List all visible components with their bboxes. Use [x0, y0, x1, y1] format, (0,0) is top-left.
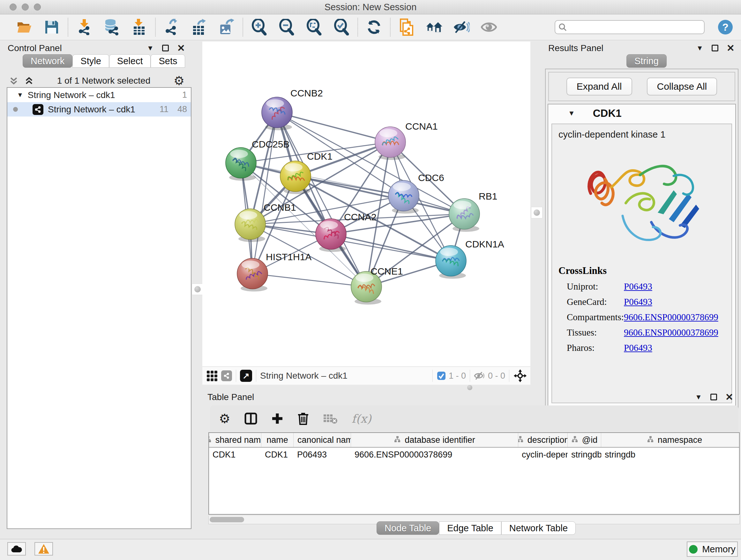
tab-edge-table[interactable]: Edge Table	[439, 521, 501, 535]
network-row[interactable]: String Network – cdk1 11 48	[7, 102, 191, 117]
crosslink-link[interactable]: P06493	[624, 281, 652, 292]
network-edge[interactable]	[331, 234, 451, 261]
crosslink-link[interactable]: P06493	[624, 297, 652, 307]
float-panel-icon[interactable]	[711, 394, 717, 400]
scrollbar-thumb[interactable]	[210, 517, 244, 522]
column-header--id[interactable]: @id	[568, 433, 601, 447]
zoom-out-button[interactable]	[278, 19, 295, 36]
help-button[interactable]: ?	[718, 20, 733, 35]
expand-all-icon[interactable]	[24, 76, 34, 85]
column-header-name[interactable]: name	[261, 433, 293, 447]
network-edge[interactable]	[253, 273, 366, 287]
export-table-button[interactable]	[191, 19, 207, 36]
network-edge[interactable]	[277, 112, 390, 142]
birds-eye-view-icon[interactable]	[207, 371, 217, 381]
tab-network-table[interactable]: Network Table	[501, 521, 576, 535]
column-header-description[interactable]: description	[518, 433, 568, 447]
zoom-fit-button[interactable]	[306, 19, 322, 36]
network-node-cdc25b[interactable]: CDC25B	[226, 139, 289, 181]
delete-column-trash-icon[interactable]	[297, 412, 309, 425]
float-panel-icon[interactable]	[162, 45, 169, 51]
network-node-ccna1[interactable]: CCNA1	[375, 121, 438, 160]
close-panel-icon[interactable]: ✕	[177, 43, 185, 54]
network-edge[interactable]	[253, 112, 277, 273]
tab-node-table[interactable]: Node Table	[377, 521, 439, 535]
network-node-ccnb2[interactable]: CCNB2	[262, 88, 323, 130]
table-row[interactable]: CDK1CDK1P064939606.ENSP00000378699cyclin…	[209, 448, 739, 462]
network-node-cdkn1a[interactable]: CDKN1A	[435, 239, 504, 279]
table-cell[interactable]: cyclin-dependent ...	[518, 448, 568, 462]
tab-sets[interactable]: Sets	[151, 54, 185, 68]
table-cell[interactable]: stringdb	[601, 448, 740, 462]
tree-expand-caret-icon[interactable]: ▼	[17, 91, 23, 99]
table-cell[interactable]: CDK1	[209, 448, 261, 462]
network-collection-row[interactable]: ▼ String Network – cdk1 1	[7, 88, 191, 102]
horizontal-splitter-handle[interactable]	[467, 385, 472, 390]
home-networks-button[interactable]	[426, 19, 442, 36]
create-column-plus-icon[interactable]	[271, 413, 283, 425]
panel-menu-icon[interactable]: ▼	[695, 393, 702, 401]
column-header-shared-name[interactable]: shared name	[209, 433, 261, 447]
gene-collapse-caret-icon[interactable]: ▼	[568, 109, 575, 118]
cloud-status-button[interactable]	[7, 542, 26, 556]
import-table-button[interactable]	[131, 19, 147, 36]
tab-network[interactable]: Network	[23, 54, 72, 68]
panel-menu-icon[interactable]: ▼	[696, 44, 703, 52]
search-input[interactable]	[569, 22, 697, 32]
network-canvas[interactable]: CCNB2CCNA1CDC25BCDK1CDC6RB1CCNB1CCNA2CDK…	[202, 42, 530, 367]
export-image-button[interactable]	[218, 19, 235, 36]
table-cell[interactable]: P06493	[293, 448, 351, 462]
selected-checkbox-icon[interactable]	[436, 371, 446, 381]
right-splitter-handle[interactable]	[531, 207, 542, 219]
window-controls[interactable]	[10, 3, 41, 10]
search-field[interactable]	[555, 20, 704, 34]
open-in-browser-icon[interactable]: ↗	[240, 370, 252, 382]
network-node-cdk1[interactable]: CDK1	[280, 151, 333, 194]
save-session-button[interactable]	[44, 19, 60, 36]
expand-all-button[interactable]: Expand All	[566, 78, 632, 96]
show-columns-icon[interactable]	[245, 412, 257, 425]
zoom-in-button[interactable]	[251, 19, 267, 36]
memory-button[interactable]: Memory	[687, 542, 738, 557]
import-network-button[interactable]	[76, 19, 92, 36]
panel-menu-icon[interactable]: ▼	[147, 44, 154, 52]
warnings-button[interactable]	[35, 542, 53, 556]
network-overview-icon[interactable]	[221, 370, 232, 381]
function-builder-button[interactable]: f(x)	[352, 412, 372, 425]
column-header-database-identifier[interactable]: database identifier	[351, 433, 518, 447]
tab-string[interactable]: String	[626, 54, 667, 68]
crosslink-link[interactable]: P06493	[624, 343, 652, 353]
collapse-all-icon[interactable]	[9, 76, 18, 85]
close-panel-icon[interactable]: ✕	[725, 391, 733, 402]
export-network-button[interactable]	[163, 19, 180, 36]
collapse-all-button[interactable]: Collapse All	[647, 78, 718, 96]
table-cell[interactable]: 9606.ENSP00000378699	[351, 448, 518, 462]
fit-content-crosshair-icon[interactable]	[513, 369, 527, 383]
close-window-button[interactable]	[10, 3, 17, 10]
copy-network-button[interactable]	[398, 19, 415, 36]
table-cell[interactable]: CDK1	[261, 448, 293, 462]
hide-selected-button[interactable]	[453, 19, 470, 36]
column-header-namespace[interactable]: namespace	[601, 433, 740, 447]
left-splitter-handle[interactable]	[192, 284, 203, 295]
float-panel-icon[interactable]	[712, 45, 718, 51]
open-folder-button[interactable]	[16, 19, 32, 36]
close-panel-icon[interactable]: ✕	[727, 43, 735, 54]
minimize-window-button[interactable]	[22, 3, 29, 10]
network-node-hist1h1a[interactable]: HIST1H1A	[237, 252, 312, 292]
tab-select[interactable]: Select	[109, 54, 151, 68]
attribute-tree-icon	[571, 435, 578, 445]
table-cell[interactable]: stringdb:9...	[568, 448, 601, 462]
zoom-selected-button[interactable]	[333, 19, 350, 36]
table-options-gear-icon[interactable]: ⚙	[219, 411, 230, 426]
maximize-window-button[interactable]	[34, 3, 41, 10]
network-options-gear-icon[interactable]: ⚙	[174, 74, 185, 88]
tab-style[interactable]: Style	[72, 54, 109, 68]
refresh-button[interactable]	[366, 19, 382, 36]
network-node-rb1[interactable]: RB1	[449, 191, 497, 232]
show-all-button[interactable]	[481, 19, 497, 36]
column-header-canonical-name[interactable]: canonical name	[293, 433, 351, 447]
crosslink-link[interactable]: 9606.ENSP00000378699	[624, 312, 718, 322]
crosslink-link[interactable]: 9606.ENSP00000378699	[624, 327, 718, 338]
import-database-button[interactable]	[104, 19, 120, 36]
